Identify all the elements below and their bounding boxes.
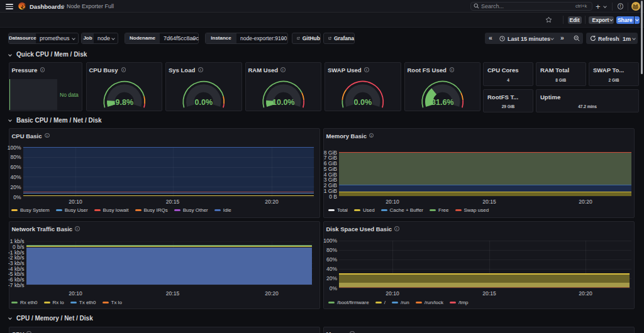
svg-text:0.0%: 0.0% — [195, 98, 213, 107]
svg-text:10.0%: 10.0% — [272, 98, 294, 107]
svg-text:0.0%: 0.0% — [354, 98, 372, 107]
svg-text:9.8%: 9.8% — [115, 98, 133, 107]
svg-text:31.6%: 31.6% — [431, 98, 453, 107]
